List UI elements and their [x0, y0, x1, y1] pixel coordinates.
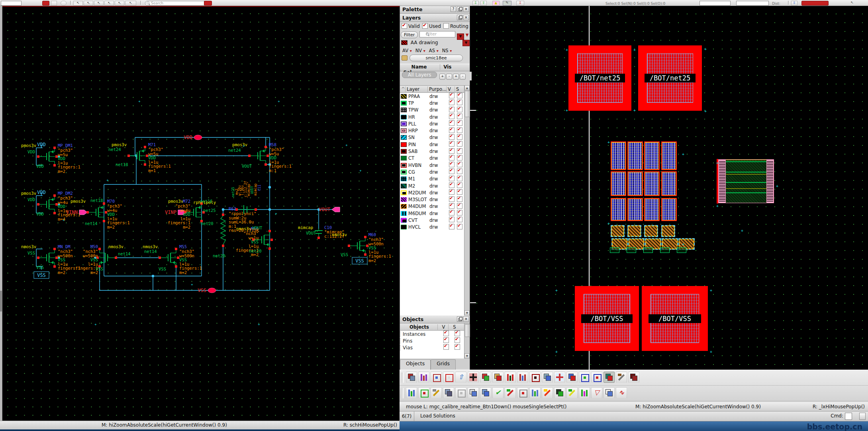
passive-cell[interactable] — [645, 238, 661, 250]
selectable-checkbox[interactable] — [457, 210, 462, 216]
open-folder-add-icon[interactable] — [492, 372, 504, 383]
device-cell[interactable] — [627, 141, 643, 170]
layer-row-M4DUM[interactable]: M4DUMdrw — [400, 203, 464, 210]
mode-dropdown[interactable] — [801, 1, 829, 6]
probe-yellow-icon[interactable] — [566, 387, 578, 398]
selectable-checkbox[interactable] — [457, 203, 462, 209]
visible-checkbox[interactable] — [449, 148, 455, 154]
visible-checkbox[interactable] — [443, 344, 449, 350]
objects-scrollbar[interactable]: ▼ — [464, 323, 470, 359]
schematic-canvas[interactable]: VDDVSSVINNVINPVOUTVDDVDDVSSVSSnet25m=2w:… — [0, 6, 400, 421]
device-cell[interactable] — [644, 141, 660, 170]
selectable-checkbox[interactable] — [457, 168, 462, 174]
all-layers-plus[interactable]: + — [453, 74, 459, 80]
tech-library-button[interactable]: smic18ee — [410, 55, 463, 61]
visible-checkbox[interactable] — [449, 93, 455, 98]
selectable-checkbox[interactable] — [457, 114, 462, 119]
passive-cell[interactable] — [627, 225, 641, 237]
selectable-checkbox[interactable] — [457, 93, 462, 98]
device-cell[interactable] — [661, 198, 677, 221]
layer-filter-input[interactable]: Filter — [419, 31, 455, 37]
check-pins-icon[interactable]: ✔ — [492, 387, 504, 398]
visible-checkbox[interactable] — [443, 331, 449, 336]
layer-scrollbar[interactable]: ▲ ▼ — [464, 85, 470, 315]
updown-arrow-icon[interactable]: ⇳ — [791, 1, 797, 6]
move-up-icon[interactable]: ⇧ — [455, 372, 466, 383]
passive-cell[interactable] — [611, 238, 628, 250]
palette-titlebar[interactable]: Palette ? × — [400, 6, 470, 14]
warning-icon[interactable]: ▲ — [492, 1, 500, 6]
shrink-arrow-icon[interactable] — [591, 372, 602, 383]
layer-row-HRP[interactable]: HRPdrw — [400, 127, 464, 134]
device-cell[interactable] — [644, 171, 660, 196]
layout-canvas[interactable]: /BOT/net25/BOT/net25/BOT/VSS/BOT/VSS++++… — [470, 6, 868, 370]
device-cell[interactable] — [611, 141, 626, 170]
shape-view-icon[interactable] — [542, 372, 553, 383]
io-pad[interactable]: /BOT/net25 — [568, 45, 631, 111]
layer-row-PIN[interactable]: PINdrw — [400, 141, 464, 148]
all-layers-plus[interactable]: + — [439, 74, 445, 80]
layer-row-HVCL[interactable]: HVCLdrw — [400, 224, 464, 231]
visible-checkbox[interactable] — [443, 337, 449, 343]
device-cell[interactable] — [661, 171, 677, 196]
visible-checkbox[interactable] — [449, 100, 455, 105]
float-button[interactable] — [457, 6, 462, 12]
help-button[interactable]: ? — [451, 6, 456, 12]
selectable-checkbox[interactable] — [457, 134, 462, 140]
layer-row-SN[interactable]: SNdrw — [400, 134, 464, 141]
current-layer-row[interactable]: AA drawing ▼ — [400, 40, 471, 47]
float-button[interactable] — [457, 316, 462, 322]
top-red-button[interactable] — [42, 1, 49, 6]
search-dropdown[interactable] — [204, 1, 212, 6]
selectable-checkbox[interactable] — [457, 189, 462, 195]
check-valid[interactable]: Valid — [402, 24, 420, 29]
selectable-checkbox[interactable] — [457, 182, 462, 188]
passive-cell[interactable] — [611, 225, 625, 237]
visible-checkbox[interactable] — [449, 107, 455, 112]
copy-frames-icon[interactable] — [480, 387, 491, 398]
selectable-checkbox[interactable] — [457, 155, 462, 161]
cursor-tool-icon[interactable]: ↖ — [73, 1, 83, 6]
select-frame-icon[interactable] — [431, 372, 442, 383]
dashed-cross-icon[interactable] — [554, 372, 565, 383]
close-button[interactable]: × — [463, 15, 469, 20]
object-row-instances[interactable]: Instances — [400, 331, 464, 337]
layer-row-HVBN[interactable]: HVBNdrw — [400, 162, 464, 168]
device-cell[interactable] — [644, 198, 660, 221]
vis-button-as[interactable]: AS ▾ — [429, 48, 439, 53]
passive-cell[interactable] — [644, 225, 658, 237]
device-cell[interactable] — [611, 198, 626, 221]
visible-checkbox[interactable] — [449, 127, 455, 133]
resize-grip[interactable] — [859, 413, 866, 420]
layer-row-M2DUM[interactable]: M2DUMdrw — [400, 189, 464, 196]
visible-checkbox[interactable] — [449, 120, 455, 126]
coord-y-field[interactable] — [736, 1, 769, 6]
visible-checkbox[interactable] — [449, 114, 455, 119]
layer-row-PLL[interactable]: PLLdrw — [400, 120, 464, 127]
selectable-checkbox[interactable] — [457, 127, 462, 133]
layer-row-PPAA[interactable]: PPAAdrw — [400, 93, 464, 100]
schematic-left-scrollbar[interactable] — [0, 6, 2, 421]
stamp-icon[interactable] — [431, 387, 442, 398]
visible-checkbox[interactable] — [449, 217, 455, 222]
filter-button[interactable]: Filter — [401, 31, 418, 38]
tab-objects[interactable]: Objects — [400, 359, 431, 370]
send-mail-icon[interactable] — [468, 387, 479, 398]
toolbar-drag-handle[interactable] — [401, 372, 404, 383]
object-row-vias[interactable]: Vias — [400, 344, 464, 351]
pointer-icon[interactable]: ↖ — [848, 1, 856, 5]
selectable-checkbox[interactable] — [457, 120, 462, 126]
visible-checkbox[interactable] — [449, 176, 455, 181]
hierarchy-icon[interactable] — [406, 372, 417, 383]
filter-dropdown[interactable]: ▼ — [457, 33, 464, 40]
black-cross-icon[interactable] — [468, 372, 479, 383]
up-arrow-icon[interactable]: ⇧ — [480, 1, 487, 6]
device-cell[interactable] — [627, 171, 643, 196]
check-routing[interactable]: Routing — [443, 24, 468, 29]
io-pad[interactable]: /BOT/net25 — [638, 45, 702, 111]
vis-button-av[interactable]: AV ▾ — [402, 48, 412, 53]
layer-row-CT[interactable]: CTdrw — [400, 155, 464, 162]
red-down-icon[interactable]: ⇩ — [516, 1, 524, 6]
load-solutions-label[interactable]: Load Solutions — [420, 413, 455, 419]
pad-frame-icon[interactable] — [443, 372, 454, 383]
